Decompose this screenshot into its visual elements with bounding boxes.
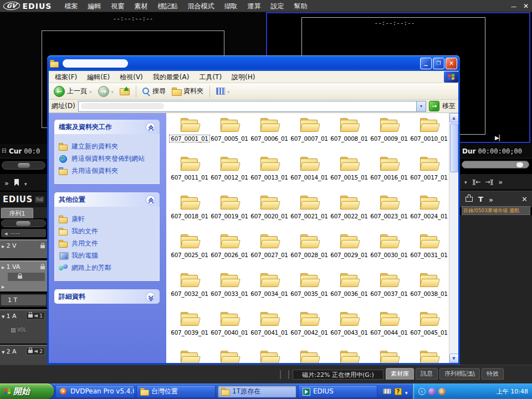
more-buttons-icon[interactable] xyxy=(489,194,493,204)
folder-item[interactable]: 607_0006_01 xyxy=(249,117,289,156)
folder-item[interactable]: 607_0036_01 xyxy=(329,273,369,311)
track-header-1va[interactable]: 1 VA xyxy=(0,260,47,291)
up-button[interactable] xyxy=(118,86,131,96)
program-shuttle-slider[interactable] xyxy=(462,161,529,168)
folder-item[interactable]: 607_0026_01 xyxy=(209,234,249,273)
dropdown-caret-icon[interactable] xyxy=(24,177,27,188)
forward-button[interactable] xyxy=(96,85,116,98)
task-link[interactable]: 共用這個資料夾 xyxy=(59,166,155,176)
slider-thumb[interactable] xyxy=(18,163,30,168)
folder-item[interactable]: 607_0005_01 xyxy=(209,117,249,156)
slider-thumb[interactable] xyxy=(516,162,523,167)
marker-icon[interactable] xyxy=(14,179,19,186)
edius-menu-item[interactable]: 運算 xyxy=(242,0,265,12)
task-link[interactable]: 將這個資料夾發佈到網站 xyxy=(59,154,155,163)
folder-item[interactable]: 607_0011_01 xyxy=(170,156,209,195)
folder-item[interactable]: 607_0044_01 xyxy=(369,311,409,350)
folder-item[interactable]: 607_0043_01 xyxy=(329,311,369,350)
edius-panel-tab[interactable]: 訊息 xyxy=(416,368,438,380)
export-icon[interactable] xyxy=(466,197,473,202)
edius-menu-item[interactable]: 擷取 xyxy=(219,0,242,12)
folder-item[interactable]: 607_0021_01 xyxy=(289,195,329,234)
edius-menu-item[interactable]: 設定 xyxy=(265,0,289,12)
views-dropdown-icon[interactable] xyxy=(227,88,230,95)
folder-item[interactable]: 607_0028_01 xyxy=(289,234,329,273)
tray-collapse-icon[interactable] xyxy=(418,388,426,395)
expand-icon[interactable] xyxy=(2,283,4,290)
expand-panel-icon[interactable] xyxy=(146,292,155,301)
edius-menu-item[interactable]: 視窗 xyxy=(106,0,129,12)
folder-item[interactable]: 607_0037_01 xyxy=(369,273,409,311)
folder-item[interactable]: 607_0009_01 xyxy=(369,117,409,156)
folder-item[interactable]: 607_0014_01 xyxy=(289,156,329,195)
folder-item[interactable]: 607_0029_01 xyxy=(329,234,369,273)
folder-item[interactable]: 607_0008_01 xyxy=(329,117,369,156)
folder-item[interactable]: 607_0027_01 xyxy=(249,234,289,273)
folder-item[interactable]: 607_0007_01 xyxy=(289,117,329,156)
edius-menu-item[interactable]: 檔案 xyxy=(59,0,83,12)
folder-item[interactable]: 607_0013_01 xyxy=(249,156,289,195)
folder-item[interactable]: 607_0018_01 xyxy=(170,195,209,234)
collapse-track-icon[interactable] xyxy=(2,348,4,355)
go-icon[interactable] xyxy=(429,101,439,111)
minimize-button[interactable] xyxy=(420,58,432,69)
maximize-button[interactable] xyxy=(433,58,444,69)
folder-item[interactable]: 607_0017_01 xyxy=(409,156,449,195)
folder-item[interactable]: 607_0033_01 xyxy=(209,273,249,311)
folder-item[interactable]: 607_0042_01 xyxy=(289,311,329,350)
place-link[interactable]: 我的文件 xyxy=(59,227,155,236)
timeline-scrollbar[interactable] xyxy=(1,229,46,237)
folder-item[interactable] xyxy=(369,350,409,363)
tray-app-icon[interactable] xyxy=(428,388,436,395)
folder-item[interactable]: 607_0022_01 xyxy=(329,195,369,234)
folder-item[interactable]: 607_0035_01 xyxy=(289,273,329,311)
place-link[interactable]: 我的電腦 xyxy=(59,251,155,260)
folder-item[interactable]: 607_0041_01 xyxy=(249,311,289,350)
folder-item[interactable]: 607_0030_01 xyxy=(369,234,409,273)
panel-header[interactable]: 其他位置 xyxy=(54,192,160,207)
folder-item[interactable]: 607_0020_01 xyxy=(249,195,289,234)
track-header-1t[interactable]: 1 T xyxy=(0,294,47,307)
edius-menu-item[interactable]: 混合模式 xyxy=(182,0,219,12)
close-button[interactable] xyxy=(446,58,457,69)
edius-menu-item[interactable]: 素材 xyxy=(129,0,152,12)
explorer-menu-item[interactable]: 編輯(E) xyxy=(82,71,115,83)
task-button[interactable]: 1T原存在 xyxy=(217,385,296,398)
folder-item[interactable] xyxy=(170,350,209,363)
folder-item[interactable]: 607_0023_01 xyxy=(369,195,409,234)
explorer-menu-item[interactable]: 說明(H) xyxy=(227,71,260,83)
folder-item[interactable]: 607_0038_01 xyxy=(409,273,449,311)
scroll-down-icon[interactable] xyxy=(449,354,459,363)
folder-item[interactable]: 607_0045_01 xyxy=(409,311,449,350)
title-tool-icon[interactable]: T xyxy=(478,195,483,203)
expand-track-icon[interactable] xyxy=(2,263,4,270)
place-link[interactable]: 康軒 xyxy=(59,214,155,224)
place-link[interactable]: 網路上的芳鄰 xyxy=(59,263,155,273)
expand-track-icon[interactable] xyxy=(2,242,4,249)
edius-panel-tab[interactable]: 特效 xyxy=(482,368,504,380)
edius-panel-tab[interactable]: 素材庫 xyxy=(386,368,414,380)
folder-item[interactable]: 607_0025_01 xyxy=(170,234,209,273)
slider-thumb[interactable] xyxy=(16,221,30,226)
skip-to-end-icon[interactable] xyxy=(495,135,503,141)
edius-menu-item[interactable]: 標記點 xyxy=(152,0,182,12)
back-dropdown-icon[interactable] xyxy=(89,88,92,95)
folder-item[interactable] xyxy=(289,350,329,363)
language-options-icon[interactable] xyxy=(405,386,408,397)
folder-item[interactable]: 607_0019_01 xyxy=(209,195,249,234)
task-button[interactable]: DVDPean Pro v5.4.0 xyxy=(55,385,135,398)
edius-menu-item[interactable]: 編輯 xyxy=(83,0,106,12)
more-buttons-icon[interactable] xyxy=(498,178,503,186)
task-button[interactable]: 台灣位置 xyxy=(136,385,216,398)
folder-item[interactable]: 607_0031_01 xyxy=(409,234,449,273)
back-button[interactable]: 上一頁 xyxy=(52,85,94,98)
folder-item[interactable] xyxy=(329,350,369,363)
track-header-2a[interactable]: 2 A 2 xyxy=(0,345,47,365)
volume-icon[interactable] xyxy=(11,328,16,332)
trim-out-icon[interactable] xyxy=(485,178,493,186)
timeline-zoom-slider[interactable] xyxy=(1,219,46,227)
sequence-tab[interactable]: 序列1 xyxy=(1,208,33,218)
folder-item[interactable]: 607_0039_01 xyxy=(170,311,209,350)
scroll-left-icon[interactable] xyxy=(1,231,11,236)
folder-item[interactable]: 607_0040_01 xyxy=(209,311,249,350)
